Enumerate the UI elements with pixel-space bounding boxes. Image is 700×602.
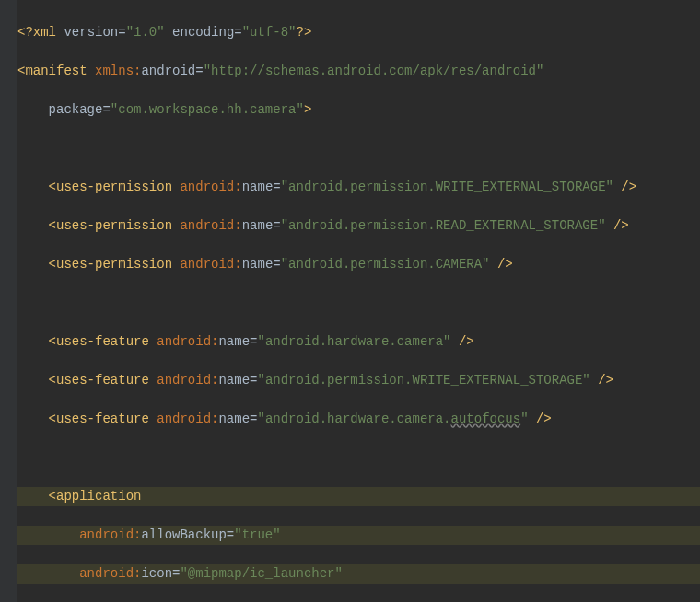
application-open: <application (18, 487, 700, 506)
uses-feature-1: <uses-feature android:name="android.hard… (18, 332, 700, 352)
gutter (0, 0, 18, 602)
code-area[interactable]: <?xml version="1.0" encoding="utf-8"?> <… (18, 0, 700, 602)
uses-permission-2: <uses-permission android:name="android.p… (18, 216, 700, 236)
warning-autofocus: autofocus (451, 411, 521, 426)
uses-permission-1: <uses-permission android:name="android.p… (18, 178, 700, 197)
manifest-package: package="com.workspace.hh.camera"> (18, 100, 700, 120)
xml-declaration: <?xml version="1.0" encoding="utf-8"?> (18, 23, 700, 42)
manifest-open: <manifest xmlns:android="http://schemas.… (18, 62, 700, 81)
uses-feature-3: <uses-feature android:name="android.hard… (18, 410, 700, 429)
uses-feature-2: <uses-feature android:name="android.perm… (18, 371, 700, 390)
uses-permission-3: <uses-permission android:name="android.p… (18, 255, 700, 274)
app-attr-allowbackup: android:allowBackup="true" (18, 526, 700, 545)
code-editor[interactable]: <?xml version="1.0" encoding="utf-8"?> <… (0, 0, 700, 602)
app-attr-icon: android:icon="@mipmap/ic_launcher" (18, 564, 700, 584)
